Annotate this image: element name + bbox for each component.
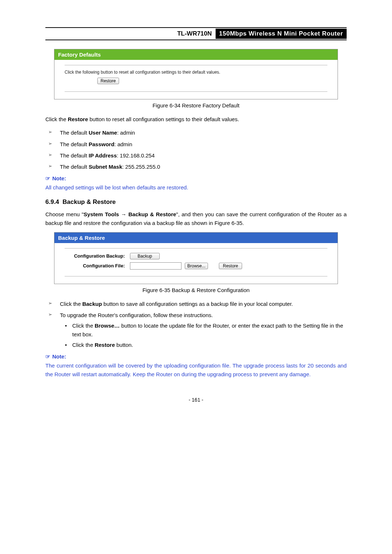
config-backup-label: Configuration Backup: xyxy=(65,253,130,259)
doc-header: TL-WR710N 150Mbps Wireless N Mini Pocket… xyxy=(45,27,347,40)
list-item: Click the Browse… button to locate the u… xyxy=(60,321,347,338)
figure-caption-2: Figure 6-35 Backup & Restore Configurati… xyxy=(45,287,347,293)
config-file-label: Configuration File: xyxy=(65,263,130,268)
restore-paragraph: Click the Restore button to reset all co… xyxy=(45,115,347,123)
note-text: The current configuration will be covere… xyxy=(45,361,347,379)
hand-icon: ☞ xyxy=(45,175,50,181)
browse-button[interactable]: Browse... xyxy=(185,263,208,269)
sub-instructions: Click the Browse… button to locate the u… xyxy=(60,321,347,349)
page-number: - 161 - xyxy=(45,397,347,403)
restore-button[interactable]: Restore xyxy=(97,78,119,84)
list-item: The default IP Address: 192.168.0.254 xyxy=(45,151,347,160)
note-label: ☞Note: xyxy=(45,175,347,182)
defaults-list: The default User Name: admin The default… xyxy=(45,128,347,171)
list-item: Click the Backup button to save all conf… xyxy=(45,300,347,308)
section-intro: Choose menu "System Tools → Backup & Res… xyxy=(45,210,347,227)
backup-button[interactable]: Backup xyxy=(130,253,160,259)
panel-title-factory: Factory Defaults xyxy=(54,49,338,60)
section-heading: 6.9.4 Backup & Restore xyxy=(45,198,347,206)
divider xyxy=(65,65,327,65)
product-label: 150Mbps Wireless N Mini Pocket Router xyxy=(216,29,347,39)
list-item: To upgrade the Router's configuration, f… xyxy=(45,311,347,349)
note-label: ☞Note: xyxy=(45,353,347,360)
panel-title-backup: Backup & Restore xyxy=(54,233,338,243)
factory-instruction: Click the following button to reset all … xyxy=(65,70,327,75)
restore-file-button[interactable]: Restore xyxy=(219,263,242,269)
figure-backup-restore: Backup & Restore Configuration Backup: B… xyxy=(54,232,338,284)
list-item: Click the Restore button. xyxy=(60,341,347,349)
divider xyxy=(65,276,327,276)
hand-icon: ☞ xyxy=(45,353,50,360)
model-label: TL-WR710N xyxy=(173,29,215,39)
divider xyxy=(65,248,327,249)
figure-factory-defaults: Factory Defaults Click the following but… xyxy=(54,49,338,99)
list-item: The default User Name: admin xyxy=(45,128,347,137)
list-item: The default Subnet Mask: 255.255.255.0 xyxy=(45,163,347,171)
backup-instructions: Click the Backup button to save all conf… xyxy=(45,300,347,349)
figure-caption-1: Figure 6-34 Restore Factory Default xyxy=(45,102,347,108)
note-text: All changed settings will be lost when d… xyxy=(45,183,347,192)
file-path-input[interactable] xyxy=(130,262,181,270)
divider xyxy=(65,91,327,92)
list-item: The default Password: admin xyxy=(45,140,347,148)
